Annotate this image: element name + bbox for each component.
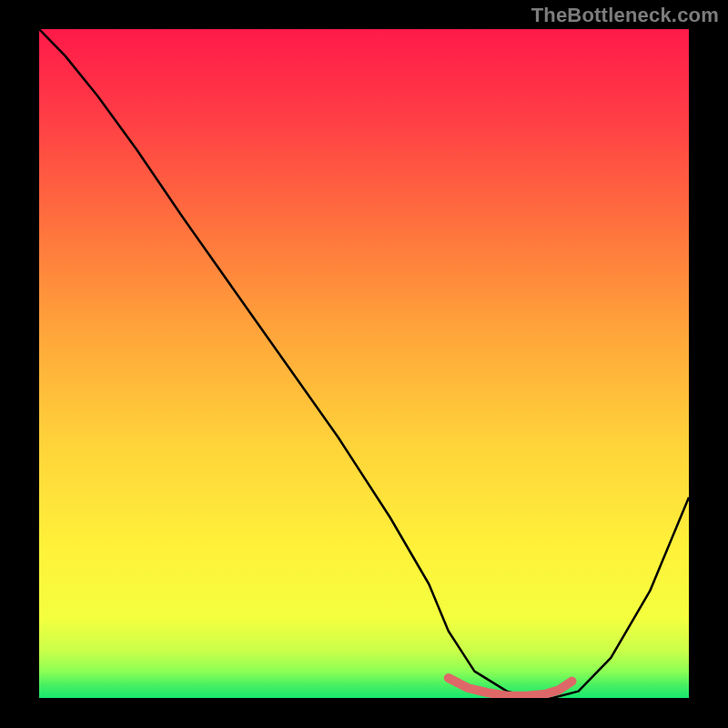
- watermark-text: TheBottleneck.com: [531, 4, 719, 27]
- chart-svg: [39, 29, 689, 698]
- gradient-bg: [39, 29, 689, 698]
- chart-frame: TheBottleneck.com: [0, 0, 728, 728]
- plot-area: [39, 29, 689, 698]
